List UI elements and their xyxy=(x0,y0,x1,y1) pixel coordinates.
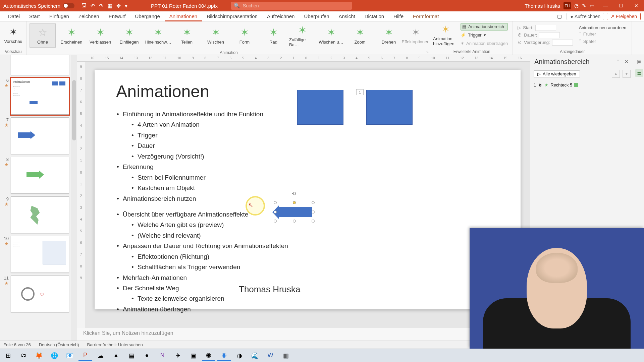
play-all-button[interactable]: ▷Alle wiedergeben xyxy=(534,70,580,77)
coming-soon-icon[interactable]: ◔ xyxy=(574,3,579,9)
chrome-icon[interactable]: 🌐 xyxy=(48,350,61,361)
tab-zeichnen[interactable]: Zeichnen xyxy=(74,11,104,21)
slide-canvas[interactable]: Animationen Einführung in Animationseffe… xyxy=(95,70,521,309)
qat-more-icon[interactable]: ▾ xyxy=(125,3,127,9)
reorder-earlier[interactable]: ˄Früher xyxy=(579,30,627,38)
thumb-slide[interactable]: 5★ xyxy=(2,55,69,75)
obs-icon[interactable]: ◉ xyxy=(202,350,215,361)
present-icon[interactable]: ✎ xyxy=(582,3,586,9)
tab-dictation[interactable]: Dictation xyxy=(360,11,389,21)
animation-dialog-launcher[interactable]: ↘ xyxy=(425,49,430,54)
add-animation-button[interactable]: ✶Animation hinzufügen xyxy=(433,23,458,47)
edge-icon[interactable]: 🌊 xyxy=(248,350,262,361)
outlook-icon[interactable]: 📧 xyxy=(63,350,76,361)
anim-hineinschweben[interactable]: ✶Hineinschw… xyxy=(145,23,171,48)
powerpoint-icon[interactable]: P xyxy=(78,350,92,361)
thumb-slide[interactable]: 8★ xyxy=(2,157,69,194)
onenote-icon[interactable]: N xyxy=(156,350,169,361)
selected-arrow-shape[interactable]: ⟲ xyxy=(276,204,312,220)
effect-options-button[interactable]: ✶Effektoptionen xyxy=(402,23,429,48)
shape-rectangle-2[interactable] xyxy=(366,90,413,125)
anim-teilen[interactable]: ✶Teilen xyxy=(174,23,200,48)
redo-icon[interactable]: ↷ xyxy=(99,3,103,9)
firefox-icon[interactable]: 🦊 xyxy=(32,350,46,361)
timeline-bar[interactable] xyxy=(574,83,578,87)
app-icon[interactable]: ▣ xyxy=(186,350,200,361)
app-icon[interactable]: ● xyxy=(140,350,154,361)
thumbnail-scrollbar[interactable] xyxy=(71,55,77,341)
anim-rad[interactable]: ✶Rad xyxy=(260,23,286,48)
anim-zoom[interactable]: ✶Zoom xyxy=(347,23,373,48)
duration-input[interactable] xyxy=(539,32,560,38)
tab-einfuegen[interactable]: Einfügen xyxy=(45,11,74,21)
undo-icon[interactable]: ↶ xyxy=(91,3,95,9)
animation-tag[interactable]: 1 xyxy=(356,89,364,95)
preview-button[interactable]: ✶Vorschau xyxy=(2,23,24,47)
record-button[interactable]: ● Aufzeichnen xyxy=(567,13,604,20)
thumb-slide[interactable]: 9★ xyxy=(2,196,69,233)
rotate-handle-icon[interactable]: ⟲ xyxy=(291,190,297,196)
recorder-icon[interactable]: ◉ xyxy=(217,350,231,361)
vlc-icon[interactable]: ▲ xyxy=(109,350,123,361)
notes-pane[interactable]: Klicken Sie, um Notizen hinzuzufügen xyxy=(77,328,530,341)
start-menu-icon[interactable]: ⊞ xyxy=(1,350,15,361)
window-mode-icon[interactable]: ▭ xyxy=(590,3,594,9)
minimize-button[interactable]: — xyxy=(598,0,613,11)
word-icon[interactable]: W xyxy=(264,350,277,361)
collapse-ribbon-icon[interactable]: ▢ xyxy=(555,13,564,19)
tab-datei[interactable]: Datei xyxy=(3,11,24,21)
anipane-chevron-icon[interactable]: ˅ xyxy=(615,59,621,64)
autosave-toggle[interactable] xyxy=(63,3,74,8)
anim-form[interactable]: ✶Form xyxy=(231,23,258,48)
app-icon[interactable]: ▤ xyxy=(125,350,138,361)
status-language[interactable]: Deutsch (Österreich) xyxy=(39,342,79,347)
tab-ansicht[interactable]: Ansicht xyxy=(334,11,360,21)
file-explorer-icon[interactable]: 🗂 xyxy=(17,350,30,361)
document-title[interactable]: PPT 01 Roter Faden 004.pptx xyxy=(151,3,218,9)
anipane-close-icon[interactable]: ✕ xyxy=(623,59,630,64)
save-icon[interactable]: 🖫 xyxy=(81,3,87,9)
tab-uebergaenge[interactable]: Übergänge xyxy=(130,11,165,21)
anipane-item[interactable]: 1 🖱 ★ Rechteck 5 xyxy=(534,81,631,88)
animation-painter-button[interactable]: ✶Animation übertragen xyxy=(461,40,508,47)
timing-duration[interactable]: ⏱Dauer: xyxy=(518,32,573,38)
close-button[interactable]: ✕ xyxy=(629,0,644,11)
format-pane-icon[interactable]: ▣ xyxy=(635,58,643,66)
slide-stage[interactable]: Animationen Einführung in Animationseffe… xyxy=(85,62,530,328)
horizontal-ruler[interactable]: 1615141312111098765432101234567891011121… xyxy=(77,55,530,62)
animation-gallery[interactable]: ☆Ohne ✶Erscheinen ✶Verblassen ✶Einfliege… xyxy=(29,23,402,48)
anim-einfliegen[interactable]: ✶Einfliegen xyxy=(116,23,142,48)
anim-none[interactable]: ☆Ohne xyxy=(30,23,56,48)
anim-erscheinen[interactable]: ✶Erscheinen xyxy=(58,23,85,48)
thumb-slide[interactable]: 7★ xyxy=(2,117,69,154)
selection-handles[interactable] xyxy=(275,202,313,221)
anim-zufaellige[interactable]: ✶Zufällige Ba… xyxy=(289,23,315,48)
tab-ueberpruefen[interactable]: Überprüfen xyxy=(299,11,334,21)
slide-author[interactable]: Thomas Hruska xyxy=(239,284,301,295)
status-slide[interactable]: Folie 6 von 26 xyxy=(3,342,31,347)
start-input[interactable] xyxy=(535,25,556,31)
thumb-slide[interactable]: 6★ Animationen • — — — • — — • —• — —• —… xyxy=(2,78,69,115)
tab-aufzeichnen[interactable]: Aufzeichnen xyxy=(262,11,300,21)
app-icon[interactable]: ☁ xyxy=(94,350,107,361)
app-icon[interactable]: ▥ xyxy=(279,350,292,361)
scrollbar-handle[interactable] xyxy=(72,80,76,140)
telegram-icon[interactable]: ✈ xyxy=(171,350,184,361)
anim-verblassen[interactable]: ✶Verblassen xyxy=(87,23,113,48)
trigger-button[interactable]: ⚡Trigger ▾ xyxy=(461,32,508,39)
move-up-button[interactable]: ▲ xyxy=(612,70,620,78)
delay-input[interactable] xyxy=(552,40,573,46)
tab-hilfe[interactable]: Hilfe xyxy=(389,11,408,21)
thumb-slide[interactable]: 11★ ♡ xyxy=(2,276,69,312)
thumb-slide[interactable]: 10★ • — — —• — —• — — — xyxy=(2,236,69,273)
tab-animationen[interactable]: Animationen xyxy=(165,11,202,21)
tab-formformat[interactable]: Formformat xyxy=(408,11,444,21)
shape-rectangle-1[interactable] xyxy=(297,90,343,125)
touch-mode-icon[interactable]: ✥ xyxy=(116,3,121,9)
search-input[interactable] xyxy=(243,3,349,8)
status-accessibility[interactable]: Barrierefreiheit: Untersuchen xyxy=(87,342,143,347)
timing-delay[interactable]: ⏲Verzögerung: xyxy=(518,40,573,46)
animation-pane-toggle[interactable]: ▤Animationsbereich xyxy=(461,23,508,31)
start-from-beginning-icon[interactable]: ▦ xyxy=(107,3,112,9)
timing-start[interactable]: ▷Start: xyxy=(518,25,573,31)
